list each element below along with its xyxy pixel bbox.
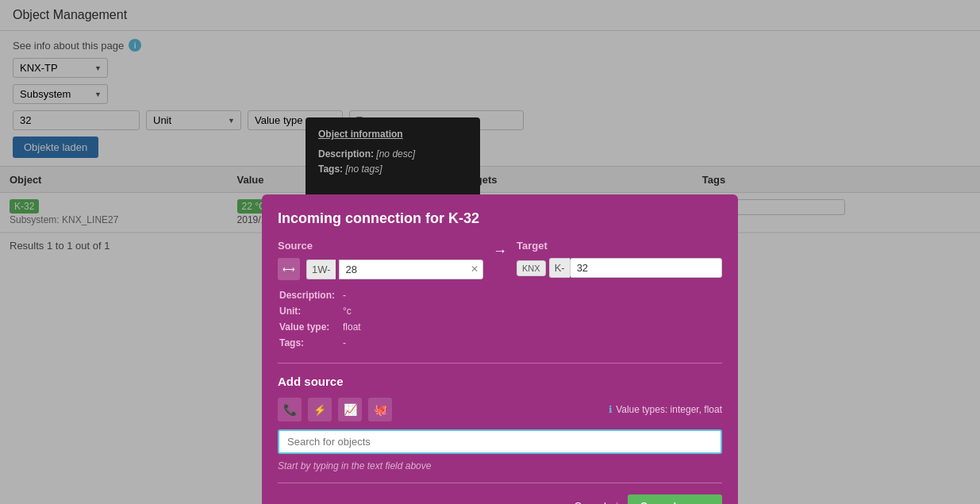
icon-phone-button[interactable]: 📞 — [278, 398, 302, 421]
detail-tags-value: - — [343, 336, 367, 350]
target-prefix: K- — [549, 258, 570, 278]
detail-vtype-label: Value type: — [279, 320, 341, 334]
target-input[interactable] — [570, 258, 722, 278]
detail-tags-label: Tags: — [279, 336, 341, 350]
phone-icon: 📞 — [283, 403, 297, 416]
source-prefix: 1W- — [306, 260, 336, 279]
icon-bolt-button[interactable]: ⚡ — [308, 398, 332, 421]
source-input[interactable] — [339, 260, 483, 279]
source-label: Source — [278, 240, 483, 252]
detail-desc-label: Description: — [279, 288, 341, 302]
source-block: Source ⟷ 1W- ✕ Description: - Unit: — [278, 240, 483, 352]
source-target-row: Source ⟷ 1W- ✕ Description: - Unit: — [278, 240, 722, 352]
page-wrapper: Object Management See info about this pa… — [0, 0, 980, 504]
modal-footer-divider — [278, 483, 722, 483]
icon-chart-button[interactable]: 📈 — [338, 398, 362, 421]
direction-arrow: → — [493, 240, 507, 260]
info-circle-icon: ℹ — [609, 404, 613, 415]
add-source-title: Add source — [278, 375, 722, 388]
detail-row-desc: Description: - — [279, 288, 367, 302]
modal-dialog: Incoming connection for K-32 Source ⟷ 1W… — [262, 194, 738, 504]
detail-unit-value: °c — [343, 304, 367, 318]
value-types-info: ℹ Value types: integer, float — [609, 404, 722, 415]
target-block: Target KNX K- — [517, 240, 722, 278]
icon-misc-button[interactable]: 🐙 — [368, 398, 392, 421]
detail-unit-label: Unit: — [279, 304, 341, 318]
detail-row-tags: Tags: - — [279, 336, 367, 350]
modal-title: Incoming connection for K-32 — [278, 210, 722, 227]
cancel-button[interactable]: Cancel — [574, 500, 605, 504]
detail-row-vtype: Value type: float — [279, 320, 367, 334]
source-input-row: ⟷ 1W- ✕ — [278, 258, 483, 280]
divider-pipe: | — [616, 500, 618, 504]
modal-divider — [278, 363, 722, 364]
source-clear-button[interactable]: ✕ — [471, 264, 478, 275]
detail-vtype-value: float — [343, 320, 367, 334]
chart-icon: 📈 — [344, 403, 357, 416]
add-source-icons: 📞 ⚡ 📈 🐙 ℹ Value types: integer, float — [278, 398, 722, 421]
bolt-icon: ⚡ — [313, 404, 326, 416]
target-label: Target — [517, 240, 722, 252]
detail-desc-value: - — [343, 288, 367, 302]
tech-icon: ⟷ — [278, 258, 300, 280]
detail-row-unit: Unit: °c — [279, 304, 367, 318]
search-hint: Start by typing in the text field above — [278, 460, 722, 471]
knx-badge: KNX — [517, 260, 546, 276]
save-button[interactable]: Save changes — [628, 494, 722, 504]
search-input[interactable] — [278, 429, 722, 454]
value-types-text: Value types: integer, float — [616, 404, 722, 415]
source-input-wrap: ✕ — [339, 260, 483, 279]
target-input-row: KNX K- — [517, 258, 722, 278]
modal-footer: Cancel | Save changes — [278, 494, 722, 504]
detail-table: Description: - Unit: °c Value type: floa… — [278, 287, 369, 352]
misc-icon: 🐙 — [374, 403, 387, 416]
